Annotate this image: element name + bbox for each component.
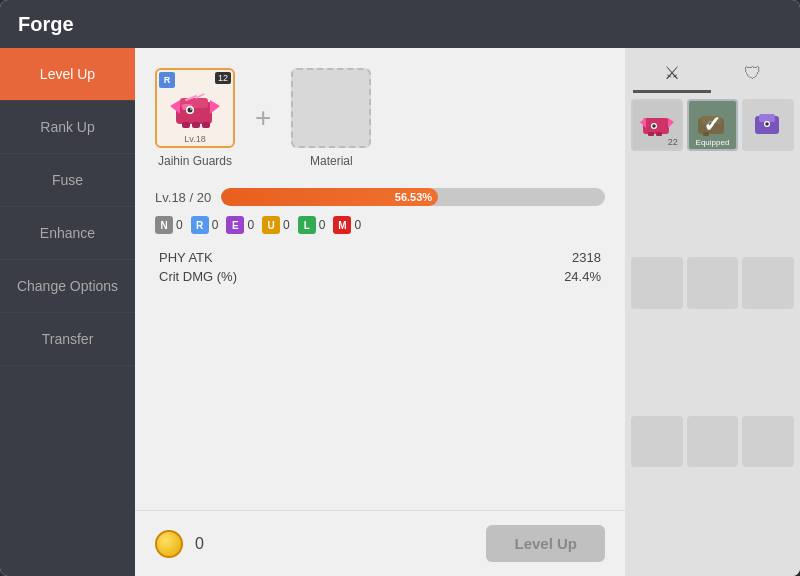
material-label: Material xyxy=(310,154,353,168)
mat-m-count: 0 xyxy=(354,218,361,232)
stat-value-crit-dmg: 24.4% xyxy=(564,269,601,284)
stat-name-crit-dmg: Crit DMG (%) xyxy=(159,269,237,284)
svg-rect-18 xyxy=(648,132,654,136)
mat-tag-n: N xyxy=(155,216,173,234)
grid-item-3[interactable] xyxy=(742,99,794,151)
grid-item-9[interactable] xyxy=(742,416,794,468)
svg-rect-8 xyxy=(182,122,190,128)
mat-tag-u: U xyxy=(262,216,280,234)
progress-bar: 56.53% xyxy=(221,188,605,206)
right-tabs: ⚔ 🛡 xyxy=(625,48,800,93)
sidebar-item-change-options[interactable]: Change Options xyxy=(0,260,135,313)
stat-row-phy-atk: PHY ATK 2318 xyxy=(159,248,601,267)
svg-point-6 xyxy=(188,108,193,113)
app-window: Forge Level Up Rank Up Fuse Enhance Chan… xyxy=(0,0,800,576)
coin-icon xyxy=(155,530,183,558)
sidebar-item-level-up[interactable]: Level Up xyxy=(0,48,135,101)
sidebar: Level Up Rank Up Fuse Enhance Change Opt… xyxy=(0,48,135,576)
mat-r-count: 0 xyxy=(212,218,219,232)
grid-item-1-count: 22 xyxy=(668,137,678,147)
mat-l: L 0 xyxy=(298,216,326,234)
item-lv-label: Lv.18 xyxy=(184,134,205,144)
svg-rect-9 xyxy=(192,122,200,128)
right-panel: ⚔ 🛡 xyxy=(625,48,800,576)
mat-r: R 0 xyxy=(191,216,219,234)
sidebar-item-enhance[interactable]: Enhance xyxy=(0,207,135,260)
stat-rows: PHY ATK 2318 Crit DMG (%) 24.4% xyxy=(155,248,605,286)
mat-e: E 0 xyxy=(226,216,254,234)
item-name-label: Jaihin Guards xyxy=(158,154,232,168)
mat-tag-e: E xyxy=(226,216,244,234)
svg-point-7 xyxy=(190,108,192,110)
grid-item-2[interactable]: ✓ Equipped xyxy=(687,99,739,151)
grid-item-5[interactable] xyxy=(687,257,739,309)
level-up-button[interactable]: Level Up xyxy=(486,525,605,562)
svg-rect-26 xyxy=(759,114,775,122)
title-bar: Forge xyxy=(0,0,800,48)
item-grid: 22 ✓ Equipped xyxy=(625,93,800,576)
grid-item-8[interactable] xyxy=(687,416,739,468)
progress-fill: 56.53% xyxy=(221,188,438,206)
svg-point-17 xyxy=(652,124,656,128)
main-content: Level Up Rank Up Fuse Enhance Change Opt… xyxy=(0,48,800,576)
svg-point-28 xyxy=(765,122,769,126)
mat-e-count: 0 xyxy=(247,218,254,232)
svg-marker-2 xyxy=(170,100,180,114)
material-slot[interactable]: Material xyxy=(291,68,371,168)
mat-u: U 0 xyxy=(262,216,290,234)
tab-weapon[interactable]: ⚔ xyxy=(633,56,711,93)
stat-name-phy-atk: PHY ATK xyxy=(159,250,213,265)
app-title: Forge xyxy=(18,13,74,36)
mat-n-count: 0 xyxy=(176,218,183,232)
level-row: Lv.18 / 20 56.53% xyxy=(155,188,605,206)
tab-armor[interactable]: 🛡 xyxy=(715,56,793,93)
mat-tag-l: L xyxy=(298,216,316,234)
svg-marker-15 xyxy=(668,118,674,128)
coin-value: 0 xyxy=(195,535,235,553)
armor-tab-icon: 🛡 xyxy=(744,63,762,84)
grid-item-4[interactable] xyxy=(631,257,683,309)
weapon-tab-icon: ⚔ xyxy=(664,62,680,84)
mat-tag-r: R xyxy=(191,216,209,234)
sidebar-item-rank-up[interactable]: Rank Up xyxy=(0,101,135,154)
level-display: Lv.18 / 20 xyxy=(155,190,211,205)
equipped-label: Equipped xyxy=(696,138,730,147)
svg-rect-10 xyxy=(202,122,210,128)
material-box[interactable] xyxy=(291,68,371,148)
grid-item-3-sprite xyxy=(749,108,787,142)
main-item-box[interactable]: R 12 xyxy=(155,68,235,148)
svg-rect-19 xyxy=(656,132,662,136)
mat-n: N 0 xyxy=(155,216,183,234)
item-sprite xyxy=(166,82,224,134)
mat-l-count: 0 xyxy=(319,218,326,232)
equipped-checkmark: ✓ xyxy=(703,112,721,138)
grid-item-7[interactable] xyxy=(631,416,683,468)
stat-row-crit-dmg: Crit DMG (%) 24.4% xyxy=(159,267,601,286)
stat-value-phy-atk: 2318 xyxy=(572,250,601,265)
mat-u-count: 0 xyxy=(283,218,290,232)
mat-m: M 0 xyxy=(333,216,361,234)
plus-separator: + xyxy=(255,104,271,132)
sidebar-item-fuse[interactable]: Fuse xyxy=(0,154,135,207)
equipped-overlay: ✓ Equipped xyxy=(689,101,737,149)
equipment-section: R 12 xyxy=(135,48,625,178)
material-row: N 0 R 0 E 0 U 0 xyxy=(155,216,605,234)
grid-item-6[interactable] xyxy=(742,257,794,309)
sidebar-item-transfer[interactable]: Transfer xyxy=(0,313,135,366)
bottom-bar: 0 Level Up xyxy=(135,510,625,576)
main-item-slot[interactable]: R 12 xyxy=(155,68,235,168)
svg-line-12 xyxy=(196,94,204,98)
mat-tag-m: M xyxy=(333,216,351,234)
stats-section: Lv.18 / 20 56.53% N 0 R 0 xyxy=(135,178,625,296)
center-panel: R 12 xyxy=(135,48,625,576)
svg-marker-3 xyxy=(210,100,220,114)
progress-text: 56.53% xyxy=(395,191,432,203)
grid-item-1[interactable]: 22 xyxy=(631,99,683,151)
